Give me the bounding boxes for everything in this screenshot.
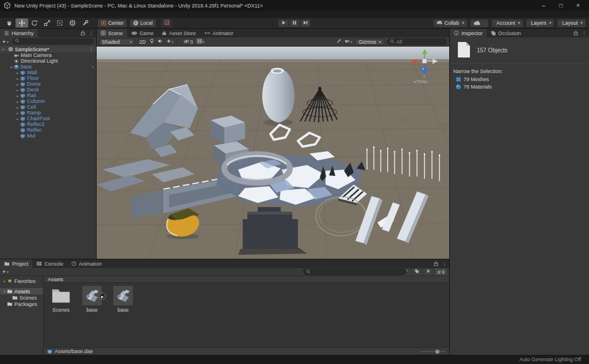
- hierarchy-item-column[interactable]: ▸ Column: [0, 98, 96, 104]
- camera-settings-dropdown[interactable]: ▾: [345, 39, 352, 45]
- tab-occlusion[interactable]: Occlusion: [487, 29, 525, 37]
- hierarchy-item-base[interactable]: ▾ base ›: [0, 64, 96, 70]
- playback-pause[interactable]: [289, 19, 300, 28]
- expand-caret-icon[interactable]: ▸: [15, 111, 20, 115]
- scene-lighting-toggle[interactable]: [150, 39, 154, 45]
- hidden-packages-button[interactable]: ø 9: [435, 269, 447, 275]
- scene-visibility-toggle[interactable]: 0: [183, 39, 193, 45]
- expand-caret-icon[interactable]: ▸: [15, 82, 20, 86]
- tool-move-tool[interactable]: [16, 18, 28, 28]
- create-object-button[interactable]: +▾: [2, 39, 9, 45]
- gizmos-dropdown[interactable]: Gizmos ▾: [355, 39, 384, 45]
- playback-step[interactable]: [300, 19, 311, 28]
- pivot-toggle-button[interactable]: Center: [97, 19, 127, 28]
- hierarchy-item-floor[interactable]: ▸ Floor: [0, 75, 96, 81]
- rotation-toggle-button[interactable]: Local: [129, 19, 156, 28]
- hierarchy-item-wall[interactable]: ▸ Wall: [0, 70, 96, 75]
- toolbar-button-account[interactable]: Account ▾: [491, 19, 523, 28]
- create-asset-button[interactable]: +▾: [2, 269, 9, 275]
- tab-console[interactable]: Console: [32, 259, 67, 268]
- expand-caret-icon[interactable]: ▸: [15, 105, 20, 109]
- expand-subassets-icon[interactable]: ▶: [99, 293, 106, 300]
- close-button[interactable]: ×: [569, 0, 587, 11]
- maximize-button[interactable]: □: [552, 0, 569, 11]
- hierarchy-item-mul[interactable]: Mul: [0, 133, 96, 139]
- scene-fx-dropdown[interactable]: ▾: [166, 39, 174, 45]
- tab-project[interactable]: Project: [0, 259, 32, 268]
- narrow-meshes-row[interactable]: 79 Meshes: [450, 75, 589, 83]
- tool-custom-tool[interactable]: [79, 18, 91, 28]
- hierarchy-item-reflec[interactable]: Reflec: [0, 127, 96, 133]
- expand-caret-icon[interactable]: ▾: [9, 65, 14, 69]
- tab-asset-store[interactable]: Asset Store: [158, 29, 200, 37]
- slider-knob[interactable]: [435, 350, 439, 354]
- expand-caret-icon[interactable]: ▸: [15, 99, 20, 104]
- expand-caret-icon[interactable]: ▸: [15, 88, 20, 92]
- asset-item-base[interactable]: ▶ base: [79, 286, 105, 347]
- tab-scene[interactable]: Scene: [97, 29, 127, 37]
- playback-play[interactable]: [278, 19, 289, 28]
- asset-item-scenes[interactable]: ▶ Scenes: [48, 286, 74, 347]
- tab-animator[interactable]: Animator: [200, 29, 238, 37]
- panel-menu-icon[interactable]: ⋮: [442, 261, 447, 267]
- panel-menu-icon[interactable]: ⋮: [582, 30, 587, 36]
- scene-header-row[interactable]: ▾ SampleScene* ⋮: [0, 46, 96, 52]
- tree-item-assets[interactable]: ▾ Assets: [0, 288, 43, 294]
- expand-caret-icon[interactable]: ▸: [15, 71, 20, 75]
- toggle-2d-button[interactable]: 2D: [139, 39, 146, 45]
- gizmo-persp-label[interactable]: ◂ Persp: [414, 79, 427, 84]
- auto-generate-lighting-status[interactable]: Auto Generate Lighting Off: [519, 357, 581, 362]
- project-search-input[interactable]: [303, 269, 407, 275]
- expand-caret-icon[interactable]: ▸: [2, 279, 7, 283]
- hierarchy-item-main-camera[interactable]: Main Camera: [0, 52, 96, 58]
- scene-viewport[interactable]: x z ◂ Persp: [97, 47, 449, 259]
- prefab-open-arrow-icon[interactable]: ›: [92, 64, 94, 70]
- tab-animation[interactable]: Animation: [67, 259, 106, 268]
- scene-audio-toggle[interactable]: [158, 39, 163, 45]
- toolbar-button-layout[interactable]: Layout ▾: [557, 19, 586, 28]
- asset-item-base[interactable]: ▶ base: [110, 286, 136, 347]
- tab-hierarchy[interactable]: Hierarchy: [0, 29, 38, 37]
- lock-icon[interactable]: [573, 30, 578, 36]
- scene-menu-icon[interactable]: ⋮: [89, 47, 94, 52]
- hierarchy-item-ceil[interactable]: ▸ Ceil: [0, 104, 96, 110]
- scene-search-input[interactable]: All: [387, 39, 447, 45]
- tree-item-scenes[interactable]: Scenes: [0, 294, 43, 301]
- hierarchy-item-reflec2[interactable]: Reflec2: [0, 121, 96, 127]
- tool-scale-tool[interactable]: [41, 18, 53, 28]
- toolbar-button-layers[interactable]: Layers ▾: [526, 19, 555, 28]
- thumbnail-size-slider[interactable]: [420, 348, 446, 355]
- expand-caret-icon[interactable]: ▸: [15, 117, 20, 121]
- panel-menu-icon[interactable]: ⋮: [89, 30, 94, 36]
- toolbar-button-collab[interactable]: Collab ▾: [433, 19, 468, 28]
- lock-icon[interactable]: [434, 261, 438, 266]
- search-by-label-button[interactable]: [412, 269, 422, 275]
- lock-icon[interactable]: [81, 30, 85, 36]
- tool-rotate-tool[interactable]: [28, 18, 41, 28]
- expand-caret-icon[interactable]: ▸: [15, 76, 20, 81]
- hierarchy-item-dome[interactable]: ▸ Dome: [0, 81, 96, 87]
- breadcrumb[interactable]: Assets: [44, 276, 449, 283]
- hierarchy-item-directional-light[interactable]: Directional Light: [0, 58, 96, 64]
- draw-mode-dropdown[interactable]: Shaded ▾: [99, 39, 135, 45]
- tool-hand-tool[interactable]: [3, 18, 16, 28]
- hierarchy-item-ramp[interactable]: ▸ Ramp: [0, 110, 96, 116]
- tool-transform-tool[interactable]: [66, 18, 79, 28]
- expand-caret-icon[interactable]: ▸: [15, 94, 20, 98]
- toolbar-button[interactable]: [470, 19, 489, 28]
- grid-snap-button[interactable]: [161, 19, 173, 28]
- hierarchy-item-rail[interactable]: ▸ Rail: [0, 93, 96, 98]
- hierarchy-search-input[interactable]: [12, 39, 94, 44]
- tab-inspector[interactable]: Inspector: [450, 29, 487, 37]
- narrow-materials-row[interactable]: 78 Materials: [450, 83, 589, 90]
- tab-game[interactable]: Game: [127, 29, 158, 37]
- tree-item-packages[interactable]: Packages: [0, 301, 43, 307]
- tool-rect-tool[interactable]: [53, 18, 66, 28]
- minimize-button[interactable]: –: [535, 0, 552, 11]
- grid-visibility-dropdown[interactable]: ▾: [197, 39, 205, 45]
- hierarchy-item-deck[interactable]: ▸ Deck: [0, 87, 96, 93]
- component-tools-button[interactable]: [336, 39, 341, 45]
- expand-caret-icon[interactable]: ▾: [2, 289, 7, 293]
- tree-item-favorites[interactable]: ▸ Favorites: [0, 278, 43, 284]
- hierarchy-item-chairfoot[interactable]: ▸ ChairFoot: [0, 116, 96, 121]
